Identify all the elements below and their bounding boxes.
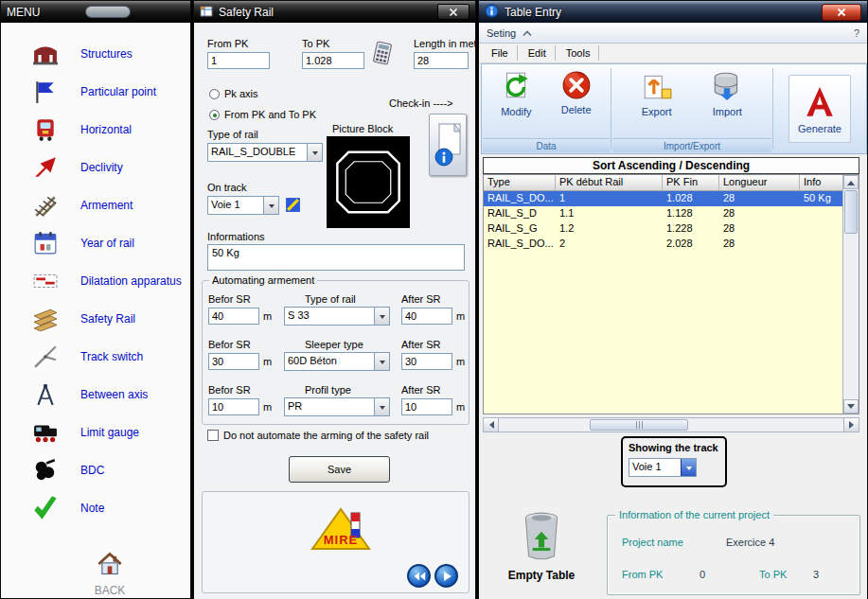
column-header-info[interactable]: Info (800, 175, 844, 191)
menu-item-particular-point[interactable]: Particular point (1, 73, 190, 111)
befor-sr-label: Befor SR (208, 339, 251, 350)
unit-label: m (456, 401, 465, 413)
type-of-rail-select[interactable]: RAIL_S_DOUBLE (207, 143, 323, 162)
chevron-down-icon[interactable] (307, 144, 322, 161)
sort-header-button[interactable]: Sort Ascending / Descending (483, 157, 859, 174)
length-input[interactable] (414, 52, 469, 69)
do-not-automate-checkbox[interactable] (207, 430, 219, 441)
close-icon[interactable] (437, 4, 469, 20)
menu-titlebar[interactable]: MENU (1, 1, 190, 23)
menu-item-note[interactable]: Note (1, 489, 190, 527)
save-button-label: Save (328, 464, 351, 475)
safety-rail-titlebar[interactable]: Safety Rail (194, 1, 475, 23)
befor-sr-input-3[interactable] (208, 398, 259, 415)
menu-item-track-switch[interactable]: Track switch (1, 338, 190, 376)
track-picker-icon[interactable] (285, 197, 301, 215)
chevron-down-icon[interactable] (263, 197, 278, 214)
setting-panel-header[interactable]: Seting ? (479, 23, 867, 44)
scroll-right-icon[interactable] (843, 418, 859, 432)
menu-item-declivity[interactable]: Declivity (1, 149, 190, 186)
empty-table-button[interactable]: Empty Table (496, 510, 587, 582)
from-pk-input[interactable] (207, 52, 270, 69)
horizontal-scrollbar[interactable] (483, 417, 859, 432)
delete-button-label: Delete (561, 104, 592, 115)
from-pk-to-pk-radio[interactable] (209, 110, 220, 120)
after-sr-input-1[interactable] (401, 308, 452, 325)
cell-longueur: 28 (719, 191, 800, 206)
to-pk-input[interactable] (302, 52, 364, 69)
cell-info (800, 221, 844, 237)
scrollbar-thumb[interactable] (844, 190, 858, 234)
profil-type-select[interactable]: PR (284, 397, 390, 416)
calculator-icon[interactable] (370, 40, 395, 68)
import-button-label: Import (713, 106, 742, 117)
showing-track-select[interactable]: Voie 1 (629, 458, 697, 477)
after-sr-input-3[interactable] (401, 398, 452, 415)
chevron-down-icon[interactable] (374, 353, 389, 370)
type-of-rail-auto-select[interactable]: S 33 (284, 307, 390, 326)
menu-file[interactable]: File (483, 45, 518, 61)
table-header-row: Type PK début Rail PK Fin Longueur Info (484, 175, 859, 191)
table-row[interactable]: RAIL_S_DO... 2 2.028 28 (484, 237, 859, 252)
delete-button[interactable]: Delete (550, 68, 603, 115)
previous-button[interactable] (407, 564, 431, 588)
after-sr-input-2[interactable] (401, 353, 452, 370)
menu-item-year-of-rail[interactable]: Year of rail (1, 224, 190, 262)
scroll-left-icon[interactable] (484, 418, 499, 432)
close-icon[interactable] (822, 4, 861, 21)
column-header-pk-fin[interactable]: PK Fin (663, 175, 719, 191)
table-row[interactable]: RAIL_S_D 1.1 1.128 28 (484, 206, 859, 221)
menu-item-structures[interactable]: Structures (1, 35, 190, 73)
pk-axis-radio[interactable] (209, 89, 220, 99)
project-to-pk-label: To PK (759, 569, 787, 580)
column-header-pk-debut[interactable]: PK début Rail (556, 175, 663, 191)
menu-item-between-axis[interactable]: Between axis (1, 376, 190, 414)
menu-item-safety-rail[interactable]: Safety Rail (1, 300, 190, 338)
befor-sr-input-2[interactable] (208, 353, 259, 370)
next-button[interactable] (434, 564, 458, 588)
table-row[interactable]: RAIL_S_G 1.2 1.228 28 (484, 221, 859, 237)
cell-pk-debut: 1 (556, 191, 663, 206)
project-to-pk-value: 3 (813, 569, 819, 580)
generate-button[interactable]: Generate (788, 75, 851, 143)
red-x-circle-icon (561, 70, 592, 102)
chevron-down-icon[interactable] (374, 398, 389, 415)
informations-input[interactable]: 50 Kg (207, 244, 465, 271)
from-pk-to-pk-radio-label: From PK and To PK (224, 109, 316, 120)
menu-item-label: Limit gauge (80, 426, 139, 439)
column-header-longueur[interactable]: Longueur (719, 175, 800, 191)
menu-window-title: MENU (7, 6, 40, 19)
sleeper-type-select[interactable]: 60D Béton (284, 352, 390, 371)
chevron-down-icon[interactable] (681, 459, 696, 476)
menu-item-label: Particular point (80, 85, 156, 98)
menu-item-dilatation-apparatus[interactable]: Dilatation apparatus (1, 262, 190, 300)
menu-item-horizontal[interactable]: Horizontal (1, 111, 190, 149)
collapse-chevron-icon[interactable] (522, 27, 533, 39)
chevron-down-icon[interactable] (374, 308, 389, 325)
scrollbar-thumb[interactable] (590, 419, 688, 431)
check-in-info-button[interactable] (429, 114, 467, 176)
cell-longueur: 28 (719, 221, 800, 237)
column-header-type[interactable]: Type (484, 175, 556, 191)
table-row[interactable]: RAIL_S_DO... 1 1.028 28 50 Kg (484, 191, 859, 206)
save-button[interactable]: Save (289, 456, 390, 483)
import-button[interactable]: Import (700, 68, 753, 117)
menu-item-armement[interactable]: Armement (1, 186, 190, 224)
befor-sr-input-1[interactable] (208, 308, 259, 325)
help-button[interactable]: ? (854, 27, 859, 39)
scroll-up-icon[interactable] (843, 175, 859, 189)
menu-item-bdc[interactable]: BDC (1, 451, 190, 489)
project-info-title: Information of the current project (615, 509, 773, 520)
export-button[interactable]: Export (630, 68, 683, 117)
menu-titlebar-button[interactable] (85, 6, 131, 18)
on-track-select[interactable]: Voie 1 (207, 196, 279, 215)
modify-button[interactable]: Modify (489, 68, 542, 117)
menu-item-limit-gauge[interactable]: Limit gauge (1, 414, 190, 451)
vertical-scrollbar[interactable] (842, 175, 859, 414)
table-entry-titlebar[interactable]: Table Entry (479, 1, 867, 23)
menu-edit[interactable]: Edit (520, 45, 556, 61)
menu-item-back[interactable]: BACK (1, 548, 190, 586)
menu-tools[interactable]: Tools (558, 45, 600, 61)
scroll-down-icon[interactable] (843, 399, 859, 414)
menu-item-label: Year of rail (80, 237, 134, 250)
